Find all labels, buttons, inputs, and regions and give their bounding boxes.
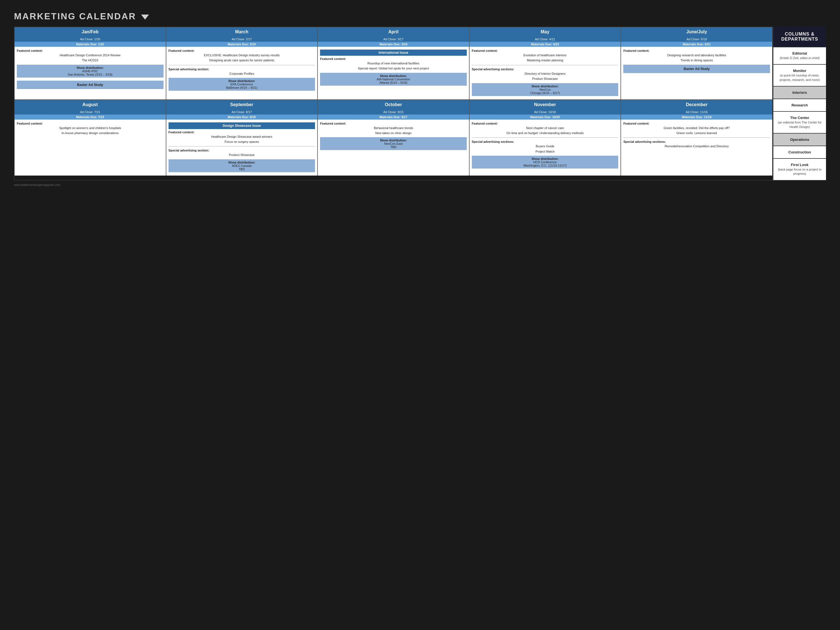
month-header: November bbox=[470, 100, 621, 109]
ad-close: Ad Close: 11/16 bbox=[621, 109, 772, 115]
international-issue-label: International Issue bbox=[320, 50, 467, 56]
sidebar-item-title: Monitor bbox=[776, 69, 823, 73]
featured-label: Featured content: bbox=[320, 57, 467, 60]
sidebar-item-sub: (back page focus on a project in progres… bbox=[776, 167, 823, 176]
featured-content-item: Special report: Global hot spots for you… bbox=[320, 66, 467, 71]
month-col-may: MayAd Close: 4/21Materials Due: 4/23Feat… bbox=[470, 27, 621, 99]
sidebar-item-1: Monitor(a quick-hit roundup of news, pro… bbox=[774, 65, 826, 87]
month-body: Design Showcase IssueFeatured content:He… bbox=[166, 120, 317, 175]
show-dist-item: AIA National Convention bbox=[322, 77, 465, 81]
show-dist-label: Show distribution: bbox=[170, 79, 314, 83]
featured-label: Featured content: bbox=[17, 122, 164, 125]
materials-due: Materials Due: 11/18 bbox=[621, 115, 772, 120]
sidebar-item-7: First Look(back page focus on a project … bbox=[774, 159, 826, 181]
featured-label: Featured content: bbox=[623, 122, 770, 125]
month-body: International IssueFeatured content:Roun… bbox=[318, 47, 469, 99]
month-body: Featured content:Spotlight on women's an… bbox=[14, 120, 166, 175]
show-dist-label: Show distribution: bbox=[322, 139, 465, 142]
month-body: Featured content:Behavioral healthcare t… bbox=[318, 120, 469, 175]
featured-content-item: In-house pharmacy design considerations bbox=[17, 131, 164, 135]
sidebar-item-title: Operations bbox=[776, 137, 823, 142]
ad-close: Ad Close: 5/19 bbox=[621, 37, 772, 42]
sidebar-item-title: Research bbox=[776, 103, 823, 107]
month-header: October bbox=[318, 100, 469, 109]
featured-content-item: New takes on clinic design bbox=[320, 131, 467, 135]
month-col-december: DecemberAd Close: 11/16Materials Due: 11… bbox=[621, 100, 772, 175]
special-ad-item: Directory of Interior Designers bbox=[472, 72, 619, 76]
month-col-september: SeptemberAd Close: 8/17Materials Due: 8/… bbox=[166, 100, 318, 175]
ad-close: Ad Close: 7/21 bbox=[14, 109, 166, 115]
ad-close: Ad Close: 3/17 bbox=[318, 37, 469, 42]
featured-content-item: Designing acute care spaces for senior p… bbox=[169, 58, 315, 62]
month-col-november: NovemberAd Close: 10/16Materials Due: 10… bbox=[470, 100, 621, 175]
month-header: June/July bbox=[621, 27, 772, 37]
special-ad-item: Corporate Profiles bbox=[169, 72, 315, 76]
show-dist-item: ASHE-PDC bbox=[19, 69, 162, 73]
materials-due: Materials Due: 3/19 bbox=[318, 42, 469, 47]
sidebar-item-sub: (Kristin D Zeit, editor-in-chief) bbox=[776, 56, 823, 60]
show-dist-item: HCD Conference bbox=[474, 160, 617, 164]
materials-due: Materials Due: 10/20 bbox=[470, 115, 621, 120]
special-ad-item: Remodel/renovation Competition and Direc… bbox=[623, 144, 770, 148]
month-col-jan-feb: Jan/FebAd Close: 1/20Materials Due: 1/22… bbox=[14, 27, 166, 99]
featured-content-item: Trends in dining spaces bbox=[623, 58, 770, 62]
title-arrow-icon bbox=[141, 14, 149, 20]
special-ad-item: Product Showcase bbox=[472, 77, 619, 81]
materials-due: Materials Due: 8/19 bbox=[166, 115, 317, 120]
sidebar-item-title: The Center bbox=[776, 116, 823, 120]
featured-content-item: Healthcare Design Conference 2014 Review bbox=[17, 53, 164, 57]
page-title: MARKETING CALENDAR bbox=[14, 11, 136, 22]
featured-content-item: Designing research and laboratory facili… bbox=[623, 53, 770, 57]
show-dist-item: San Antonio, Texas (3/15 – 3/18) bbox=[19, 73, 162, 76]
show-dist-block: Show distribution:EFA ConferenceBaltimor… bbox=[169, 78, 315, 91]
show-dist-item: Atlanta (5/14 – 5/16) bbox=[322, 81, 465, 84]
baxter-ad-study: Baxter Ad Study bbox=[623, 65, 770, 73]
sidebar-item-title: First Look bbox=[776, 163, 823, 167]
show-dist-block: Show distribution:AIA National Conventio… bbox=[320, 73, 467, 86]
featured-label: Featured content: bbox=[169, 49, 315, 52]
month-header: May bbox=[470, 27, 621, 37]
featured-content-item: Healthcare Design Showcase award winners bbox=[169, 135, 315, 139]
show-dist-item: TBD bbox=[170, 167, 314, 171]
featured-content-item: Green facilities, revisited: Did the eff… bbox=[623, 126, 770, 130]
page-wrapper: MARKETING CALENDAR Jan/FebAd Close: 1/20… bbox=[6, 6, 834, 198]
special-ad-label: Special advertising sections: bbox=[472, 68, 619, 71]
sidebar-header: COLUMNS & DEPARTMENTS bbox=[774, 27, 826, 47]
show-dist-item: EFA Conference bbox=[170, 83, 314, 86]
sidebar-item-0: Editorial(Kristin D Zeit, editor-in-chie… bbox=[774, 47, 826, 65]
featured-content-item: On time and on budget: Understanding del… bbox=[472, 131, 619, 135]
sidebar-item-sub: (an editorial from The Center for Health… bbox=[776, 120, 823, 129]
calendar-row-2: AugustAd Close: 7/21Materials Due: 7/23F… bbox=[14, 100, 772, 175]
sidebar-item-title: Interiors bbox=[776, 90, 823, 95]
show-dist-item: Baltimore (4/19 – 4/21) bbox=[170, 86, 314, 89]
show-dist-label: Show distribution: bbox=[322, 74, 465, 77]
sidebar-item-4: The Center(an editorial from The Center … bbox=[774, 112, 826, 134]
month-col-june-july: June/JulyAd Close: 5/19Materials Due: 5/… bbox=[621, 27, 772, 99]
month-body: Featured content:Green facilities, revis… bbox=[621, 120, 772, 175]
featured-content-item: EXCLUSIVE: Healthcare Design industry su… bbox=[169, 53, 315, 57]
month-body: Featured content:EXCLUSIVE: Healthcare D… bbox=[166, 47, 317, 99]
month-body: Featured content:Healthcare Design Confe… bbox=[14, 47, 166, 99]
materials-due: Materials Due: 5/21 bbox=[621, 42, 772, 47]
month-header: Jan/Feb bbox=[14, 27, 166, 37]
featured-content-item: Mastering master planning bbox=[472, 58, 619, 62]
materials-due: Materials Due: 4/23 bbox=[470, 42, 621, 47]
featured-label: Featured content: bbox=[472, 49, 619, 52]
ad-close: Ad Close: 9/15 bbox=[318, 109, 469, 115]
month-header: April bbox=[318, 27, 469, 37]
show-dist-block: Show distribution:NeoConChicago (6/15 – … bbox=[472, 83, 619, 96]
featured-content-item: The HCD10 bbox=[17, 58, 164, 62]
show-dist-label: Show distribution: bbox=[19, 66, 162, 69]
footer-url: www.healthcaredesignmagazine.com bbox=[14, 183, 826, 186]
ad-close: Ad Close: 4/21 bbox=[470, 37, 621, 42]
month-col-april: AprilAd Close: 3/17Materials Due: 3/19In… bbox=[318, 27, 470, 99]
design-showcase-label: Design Showcase Issue bbox=[169, 122, 315, 129]
sidebar-item-5: Operations bbox=[774, 134, 826, 146]
show-dist-block: Show distribution:NeoCon EastTBD bbox=[320, 137, 467, 150]
month-col-august: AugustAd Close: 7/21Materials Due: 7/23F… bbox=[14, 100, 166, 175]
show-dist-label: Show distribution: bbox=[474, 85, 617, 88]
featured-content-item: Behavioral healthcare trends bbox=[320, 126, 467, 130]
special-ad-label: Special advertising section: bbox=[169, 68, 315, 71]
title-area: MARKETING CALENDAR bbox=[14, 11, 826, 22]
show-dist-label: Show distribution: bbox=[474, 157, 617, 160]
